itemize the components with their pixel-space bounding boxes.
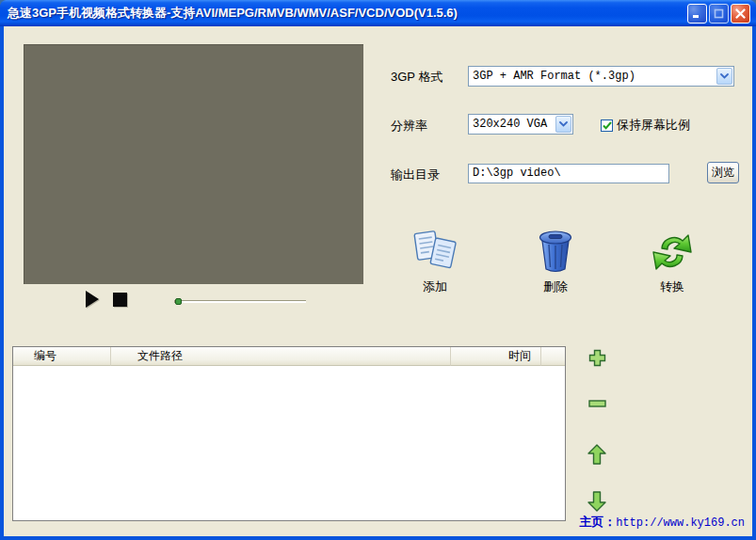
add-button[interactable]: 添加 bbox=[402, 230, 468, 295]
remove-item-button[interactable] bbox=[588, 399, 606, 408]
slider-groove bbox=[174, 300, 306, 303]
chevron-down-icon bbox=[720, 73, 729, 79]
keep-ratio-checkbox[interactable] bbox=[601, 119, 613, 132]
convert-icon bbox=[649, 230, 696, 275]
seek-slider[interactable] bbox=[174, 297, 306, 307]
resolution-value: 320x240 VGA bbox=[469, 118, 555, 131]
keep-ratio-row: 保持屏幕比例 bbox=[601, 117, 690, 134]
play-button[interactable] bbox=[85, 291, 100, 308]
window-controls bbox=[687, 4, 756, 24]
close-icon bbox=[735, 8, 746, 19]
add-files-icon bbox=[411, 230, 458, 275]
column-header-filepath[interactable]: 文件路径 bbox=[111, 347, 451, 366]
minus-icon bbox=[588, 399, 606, 408]
check-icon bbox=[603, 121, 612, 130]
format-select[interactable]: 3GP + AMR Format (*.3gp) bbox=[468, 66, 734, 87]
column-header-filler bbox=[541, 347, 565, 366]
window-title: 急速3GP手机视频格式转换器-支持AVI/MEPG/RMVB/WMV/ASF/V… bbox=[0, 5, 687, 22]
convert-button-label: 转换 bbox=[660, 278, 684, 295]
maximize-icon bbox=[714, 8, 724, 19]
format-label: 3GP 格式 bbox=[391, 69, 442, 86]
file-table[interactable]: 编号 文件路径 时间 bbox=[12, 346, 566, 521]
format-value: 3GP + AMR Format (*.3gp) bbox=[469, 70, 716, 83]
browse-button-label: 浏览 bbox=[712, 165, 734, 181]
maximize-button[interactable] bbox=[709, 4, 729, 24]
delete-button-label: 删除 bbox=[543, 278, 568, 295]
resolution-select[interactable]: 320x240 VGA bbox=[468, 114, 573, 135]
column-header-number[interactable]: 编号 bbox=[13, 347, 111, 366]
arrow-up-icon bbox=[587, 444, 606, 465]
title-bar[interactable]: 急速3GP手机视频格式转换器-支持AVI/MEPG/RMVB/WMV/ASF/V… bbox=[0, 0, 756, 26]
plus-icon bbox=[588, 349, 606, 367]
homepage-link[interactable]: http://www.ky169.cn bbox=[616, 516, 745, 530]
browse-button[interactable]: 浏览 bbox=[707, 162, 739, 183]
output-label: 输出目录 bbox=[391, 167, 440, 183]
file-table-header: 编号 文件路径 时间 bbox=[13, 347, 565, 366]
stop-button[interactable] bbox=[113, 293, 127, 307]
close-button[interactable] bbox=[731, 4, 750, 24]
client-area: 3GP 格式 3GP + AMR Format (*.3gp) 分辨率 320x… bbox=[4, 26, 752, 536]
minimize-icon bbox=[692, 8, 702, 19]
add-button-label: 添加 bbox=[423, 278, 447, 295]
move-up-button[interactable] bbox=[587, 444, 606, 465]
playback-controls bbox=[85, 291, 127, 308]
homepage-row: 主页：http://www.ky169.cn bbox=[579, 514, 745, 531]
file-table-body[interactable] bbox=[13, 366, 565, 520]
video-preview bbox=[24, 44, 363, 284]
resolution-label: 分辨率 bbox=[391, 118, 427, 135]
trash-icon bbox=[534, 228, 577, 275]
minimize-button[interactable] bbox=[687, 4, 707, 24]
homepage-label: 主页： bbox=[579, 515, 616, 529]
resolution-dropdown-button[interactable] bbox=[555, 116, 571, 133]
format-dropdown-button[interactable] bbox=[716, 68, 732, 85]
arrow-down-icon bbox=[587, 491, 606, 512]
add-item-button[interactable] bbox=[588, 349, 606, 367]
play-icon bbox=[85, 291, 100, 308]
slider-thumb[interactable] bbox=[175, 298, 182, 305]
chevron-down-icon bbox=[559, 121, 568, 127]
convert-button[interactable]: 转换 bbox=[639, 230, 705, 295]
delete-button[interactable]: 删除 bbox=[523, 228, 588, 295]
output-field-wrap bbox=[468, 163, 669, 183]
move-down-button[interactable] bbox=[587, 491, 606, 512]
stop-icon bbox=[113, 293, 127, 307]
output-path-input[interactable] bbox=[468, 164, 669, 183]
app-window: 急速3GP手机视频格式转换器-支持AVI/MEPG/RMVB/WMV/ASF/V… bbox=[0, 0, 756, 540]
column-header-time[interactable]: 时间 bbox=[451, 347, 541, 366]
keep-ratio-label: 保持屏幕比例 bbox=[617, 117, 690, 134]
